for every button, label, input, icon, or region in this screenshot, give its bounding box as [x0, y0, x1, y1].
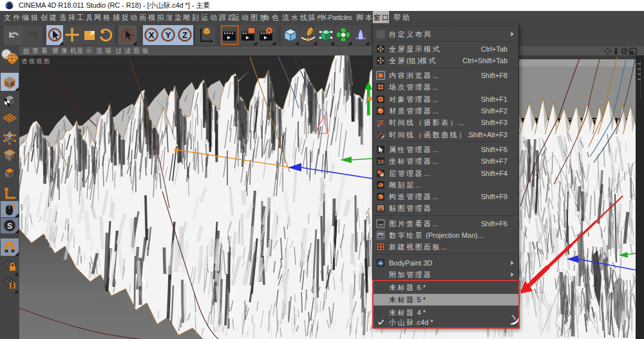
- svg-text:X: X: [149, 30, 155, 40]
- svg-text:10: 10: [377, 159, 384, 165]
- svg-text:Z: Z: [182, 30, 187, 40]
- svg-text:S: S: [7, 222, 12, 231]
- svg-text:Y: Y: [166, 30, 171, 40]
